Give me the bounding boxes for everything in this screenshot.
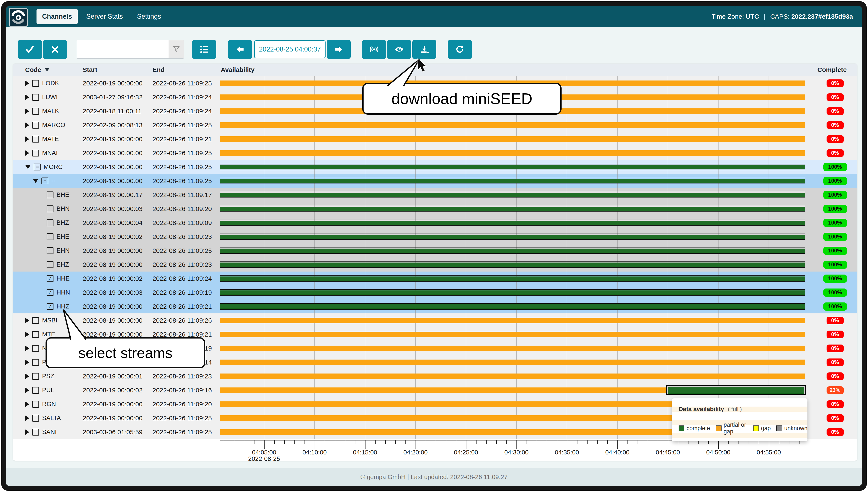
- row-HHN[interactable]: HHN2022-08-19 00:00:032022-08-26 11:09:1…: [13, 286, 857, 299]
- row-BHN[interactable]: BHN2022-08-19 00:00:032022-08-26 11:09:2…: [13, 202, 857, 216]
- availability-cell[interactable]: [220, 216, 806, 230]
- row-MATE[interactable]: MATE2022-08-19 00:00:002022-08-26 11:09:…: [13, 132, 857, 146]
- availability-cell[interactable]: [220, 188, 806, 202]
- download-button[interactable]: [412, 40, 436, 59]
- availability-cell[interactable]: [220, 327, 806, 341]
- checkbox-MATE[interactable]: [32, 136, 39, 143]
- expand-arrow-icon[interactable]: [25, 318, 29, 323]
- availability-cell[interactable]: [220, 355, 806, 369]
- checkbox-RGN[interactable]: [32, 401, 39, 408]
- checkbox-EHE[interactable]: [47, 233, 53, 240]
- datetime-display[interactable]: 2022-08-25 04:00:37: [254, 40, 326, 58]
- availability-cell[interactable]: [220, 230, 806, 244]
- filter-input[interactable]: [77, 40, 169, 58]
- row-PSZ[interactable]: PSZ2022-08-19 00:00:012022-08-26 11:09:2…: [13, 369, 857, 383]
- availability-cell[interactable]: [220, 118, 806, 132]
- checkbox---[interactable]: [42, 177, 48, 184]
- checkbox-HHN[interactable]: [47, 289, 53, 296]
- checkbox-SALTA[interactable]: [32, 415, 39, 422]
- checkbox-MORC[interactable]: [34, 164, 41, 170]
- prev-window-button[interactable]: [228, 40, 252, 59]
- availability-cell[interactable]: [220, 244, 806, 257]
- checkbox-PL[interactable]: [32, 359, 39, 366]
- column-header-code[interactable]: Code: [13, 66, 82, 73]
- checkbox-MARCO[interactable]: [32, 122, 39, 129]
- row-MORC[interactable]: MORC2022-08-19 00:00:002022-08-26 11:09:…: [13, 160, 857, 174]
- checkbox-HHZ[interactable]: [47, 303, 53, 310]
- row-HHZ[interactable]: HHZ2022-08-19 00:00:002022-08-26 11:09:2…: [13, 299, 857, 313]
- row-EHN[interactable]: EHN2022-08-19 00:00:002022-08-26 11:09:2…: [13, 244, 857, 257]
- expand-arrow-icon[interactable]: [25, 360, 29, 365]
- availability-cell[interactable]: [220, 299, 806, 313]
- row-MSBI[interactable]: MSBI2022-08-19 00:00:002022-08-26 11:09:…: [13, 313, 857, 327]
- reload-button[interactable]: [448, 40, 472, 59]
- row-MNAI[interactable]: MNAI2022-08-19 00:00:002022-08-26 11:09:…: [13, 146, 857, 160]
- expand-arrow-icon[interactable]: [25, 373, 29, 379]
- availability-cell[interactable]: [220, 257, 806, 272]
- checkbox-MNAI[interactable]: [32, 150, 39, 156]
- expand-arrow-icon[interactable]: [25, 429, 29, 435]
- availability-cell[interactable]: [220, 146, 806, 160]
- row-BHE[interactable]: BHE2022-08-19 00:00:172022-08-26 11:09:1…: [13, 188, 857, 202]
- checkbox-MALK[interactable]: [32, 108, 39, 115]
- checkbox-PUL[interactable]: [32, 387, 39, 394]
- availability-cell[interactable]: [220, 160, 806, 174]
- row-MARCO[interactable]: MARCO2022-02-09 00:08:132022-08-26 11:09…: [13, 118, 857, 132]
- expand-arrow-icon[interactable]: [25, 150, 29, 156]
- availability-cell[interactable]: [220, 132, 806, 146]
- checkbox-NI[interactable]: [32, 345, 39, 352]
- checkbox-EHN[interactable]: [47, 247, 53, 254]
- checkbox-LODK[interactable]: [32, 80, 39, 87]
- expand-arrow-icon[interactable]: [25, 346, 29, 351]
- clear-selection-button[interactable]: [43, 40, 67, 59]
- expand-arrow-icon[interactable]: [25, 388, 29, 393]
- filter-funnel-area[interactable]: [169, 40, 184, 58]
- tab-settings[interactable]: Settings: [131, 9, 167, 24]
- checkbox-PSZ[interactable]: [32, 373, 39, 380]
- column-header-start[interactable]: Start: [82, 66, 152, 73]
- checkbox-MTE[interactable]: [32, 331, 39, 338]
- select-all-button[interactable]: [18, 40, 42, 59]
- availability-cell[interactable]: [220, 174, 806, 188]
- checkbox-SANI[interactable]: [32, 429, 39, 436]
- preview-button[interactable]: [387, 40, 411, 59]
- column-header-end[interactable]: End: [152, 66, 220, 73]
- checkbox-LUWI[interactable]: [32, 94, 39, 101]
- channel-list-button[interactable]: [192, 40, 216, 59]
- expand-arrow-icon[interactable]: [25, 108, 29, 114]
- availability-cell[interactable]: [220, 286, 806, 299]
- expand-arrow-icon[interactable]: [25, 415, 29, 421]
- expand-arrow-icon[interactable]: [25, 331, 29, 337]
- tab-server-stats[interactable]: Server Stats: [81, 9, 129, 24]
- availability-cell[interactable]: [220, 313, 806, 327]
- row-EHE[interactable]: EHE2022-08-19 00:00:022022-08-26 11:09:2…: [13, 230, 857, 244]
- checkbox-BHN[interactable]: [47, 205, 53, 212]
- expand-arrow-icon[interactable]: [25, 122, 29, 128]
- collapse-arrow-icon[interactable]: [33, 179, 39, 183]
- row-EHZ[interactable]: EHZ2022-08-19 00:00:002022-08-26 11:09:2…: [13, 257, 857, 272]
- checkbox-BHE[interactable]: [47, 192, 53, 198]
- column-header-availability[interactable]: Availability: [220, 66, 806, 73]
- row-PUL[interactable]: PUL2022-08-19 00:00:022022-08-26 11:09:1…: [13, 383, 857, 397]
- expand-arrow-icon[interactable]: [25, 136, 29, 142]
- availability-cell[interactable]: [220, 272, 806, 286]
- checkbox-BHZ[interactable]: [47, 219, 53, 226]
- availability-cell[interactable]: [220, 369, 806, 383]
- availability-cell[interactable]: [220, 202, 806, 216]
- row-HHE[interactable]: HHE2022-08-19 00:00:022022-08-26 11:09:2…: [13, 272, 857, 286]
- expand-arrow-icon[interactable]: [25, 95, 29, 100]
- row---[interactable]: --2022-08-19 00:00:002022-08-26 11:09:25…: [13, 174, 857, 188]
- availability-cell[interactable]: [220, 383, 806, 397]
- checkbox-HHE[interactable]: [47, 275, 53, 282]
- availability-cell[interactable]: [220, 341, 806, 355]
- checkbox-MSBI[interactable]: [32, 317, 39, 324]
- tab-channels[interactable]: Channels: [37, 9, 78, 24]
- expand-arrow-icon[interactable]: [25, 80, 29, 86]
- row-BHZ[interactable]: BHZ2022-08-19 00:00:042022-08-26 11:09:0…: [13, 216, 857, 230]
- column-header-complete[interactable]: Complete: [806, 66, 857, 73]
- expand-arrow-icon[interactable]: [25, 401, 29, 407]
- collapse-arrow-icon[interactable]: [25, 165, 31, 169]
- checkbox-EHZ[interactable]: [47, 261, 53, 268]
- next-window-button[interactable]: [327, 40, 351, 59]
- realtime-button[interactable]: [362, 40, 386, 59]
